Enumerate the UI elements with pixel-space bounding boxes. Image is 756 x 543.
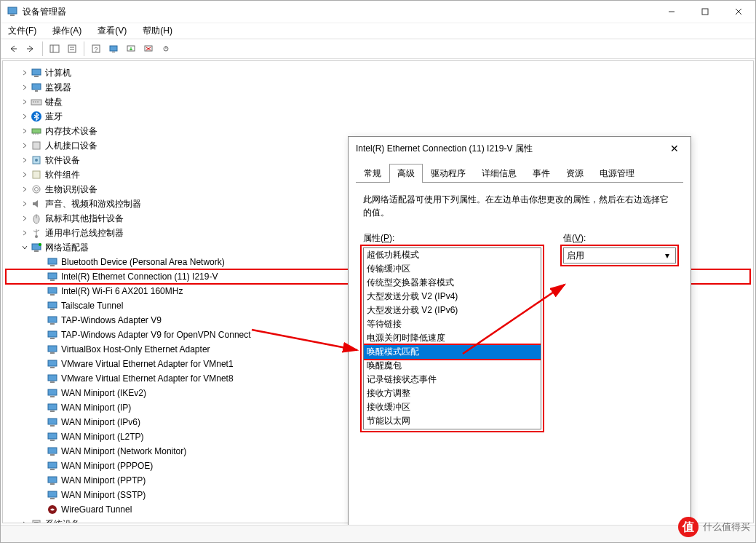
svg-rect-76: [48, 462, 57, 468]
svg-rect-59: [50, 338, 55, 339]
tree-item[interactable]: 键盘: [6, 95, 750, 109]
tree-item[interactable]: 计算机: [6, 66, 750, 80]
property-item[interactable]: 巨帧数据包: [364, 428, 541, 429]
tree-item-label: TAP-Windows Adapter V9: [61, 315, 162, 325]
svg-text:?: ?: [94, 46, 98, 53]
chevron-icon: [20, 142, 29, 149]
tab-0[interactable]: 常规: [356, 164, 389, 183]
svg-point-37: [35, 159, 38, 162]
window-title: 设备管理器: [23, 6, 655, 18]
tree-item[interactable]: 监视器: [6, 80, 750, 95]
property-item[interactable]: 接收方调整: [364, 387, 541, 400]
tree-item-label: WAN Miniport (PPTP): [61, 475, 146, 485]
chevron-icon: [20, 156, 29, 164]
svg-rect-53: [50, 294, 55, 296]
property-item[interactable]: 唤醒魔包: [364, 359, 541, 373]
properties-button[interactable]: [64, 41, 80, 57]
svg-rect-63: [50, 367, 55, 368]
property-item[interactable]: 接收缓冲区: [364, 400, 541, 414]
menu-file[interactable]: 文件(F): [5, 23, 39, 39]
nic-icon: [47, 314, 58, 326]
minimize-button[interactable]: [655, 1, 688, 23]
dialog-title: Intel(R) Ethernet Connection (11) I219-V…: [356, 143, 666, 155]
tree-item-label: WAN Miniport (Network Monitor): [61, 446, 186, 456]
property-item[interactable]: 电源关闭时降低速度: [364, 331, 541, 345]
svg-rect-48: [48, 258, 57, 264]
tab-5[interactable]: 资源: [558, 164, 592, 183]
tree-item-label: Intel(R) Ethernet Connection (11) I219-V: [61, 272, 218, 282]
scan-button[interactable]: [106, 41, 122, 57]
property-item[interactable]: 等待链接: [364, 317, 541, 331]
disable-button[interactable]: [158, 41, 174, 57]
menu-view[interactable]: 查看(V): [95, 23, 130, 39]
property-item[interactable]: 大型发送分载 V2 (IPv6): [364, 304, 541, 317]
nic-icon: [47, 460, 58, 472]
tab-1[interactable]: 高级: [389, 164, 423, 183]
property-item[interactable]: 唤醒模式匹配: [364, 345, 541, 359]
tree-item-label: 人机接口设备: [45, 140, 98, 152]
chevron-icon: [20, 200, 29, 207]
svg-rect-54: [48, 302, 57, 308]
svg-rect-10: [68, 45, 76, 52]
tree-item-label: WireGuard Tunnel: [61, 504, 132, 515]
property-item[interactable]: 节能以太网: [364, 414, 541, 428]
value-text: 启用: [567, 250, 662, 262]
dropdown-icon: ▾: [662, 250, 672, 261]
tree-item-label: 生物识别设备: [45, 183, 98, 196]
tab-6[interactable]: 电源管理: [592, 164, 642, 183]
show-hide-tree-button[interactable]: [47, 41, 63, 57]
property-item[interactable]: 记录链接状态事件: [364, 373, 541, 387]
device-manager-window: 设备管理器 文件(F) 操作(A) 查看(V) 帮助(H) ? 计算机监视器键盘…: [0, 0, 756, 543]
menu-help[interactable]: 帮助(H): [140, 23, 175, 39]
window-buttons: [655, 1, 755, 23]
chevron-icon: [20, 69, 29, 76]
tree-item[interactable]: 蓝牙: [6, 109, 750, 124]
tree-item-label: 软件设备: [45, 154, 80, 167]
svg-rect-31: [32, 129, 41, 133]
content-area: 计算机监视器键盘蓝牙内存技术设备人机接口设备软件设备软件组件生物识别设备声音、视…: [1, 59, 755, 525]
uninstall-button[interactable]: [140, 41, 156, 57]
dialog-tabs: 常规高级驱动程序详细信息事件资源电源管理: [349, 163, 691, 182]
wireguard-icon: [47, 504, 58, 515]
property-item[interactable]: 超低功耗模式: [364, 248, 541, 262]
chevron-icon: [20, 113, 29, 120]
svg-rect-60: [48, 346, 57, 352]
svg-point-39: [33, 186, 40, 193]
tab-2[interactable]: 驱动程序: [423, 164, 474, 183]
property-item[interactable]: 大型发送分载 V2 (IPv4): [364, 290, 541, 304]
svg-rect-49: [50, 265, 55, 266]
chevron-icon: [20, 127, 29, 135]
property-listbox[interactable]: 超低功耗模式传输缓冲区传统型交换器兼容模式大型发送分载 V2 (IPv4)大型发…: [363, 247, 541, 429]
svg-point-28: [35, 101, 36, 102]
dialog-close-button[interactable]: ✕: [666, 140, 683, 157]
svg-rect-66: [48, 389, 57, 395]
keyboard-icon: [31, 96, 42, 108]
svg-rect-1: [10, 15, 15, 16]
tree-item-label: Tailscale Tunnel: [61, 301, 123, 311]
property-item[interactable]: 传统型交换器兼容模式: [364, 276, 541, 290]
help-button[interactable]: ?: [88, 41, 104, 57]
svg-rect-65: [50, 381, 55, 383]
titlebar: 设备管理器: [1, 1, 755, 23]
svg-rect-84: [34, 522, 39, 523]
update-driver-button[interactable]: [123, 41, 139, 57]
tree-item-label: 网络适配器: [45, 242, 89, 254]
forward-button[interactable]: [23, 41, 39, 57]
property-item[interactable]: 传输缓冲区: [364, 262, 541, 276]
close-button[interactable]: [722, 1, 755, 23]
chevron-icon: [20, 186, 29, 193]
back-button[interactable]: [5, 41, 21, 57]
svg-rect-50: [48, 273, 57, 279]
dialog-body: 此网络适配器可使用下列属性。在左边单击你想更改的属性，然后在右边选择它的值。 属…: [356, 182, 683, 525]
system-icon: [31, 518, 42, 523]
menu-action[interactable]: 操作(A): [49, 23, 84, 39]
menubar: 文件(F) 操作(A) 查看(V) 帮助(H): [1, 23, 755, 39]
dialog-description: 此网络适配器可使用下列属性。在左边单击你想更改的属性，然后在右边选择它的值。: [363, 193, 676, 219]
value-dropdown[interactable]: 启用 ▾: [563, 247, 676, 263]
maximize-button[interactable]: [688, 1, 722, 23]
tab-4[interactable]: 事件: [525, 164, 558, 183]
svg-rect-51: [50, 280, 55, 281]
tree-item-label: WAN Miniport (SSTP): [61, 490, 146, 500]
statusbar: [1, 525, 755, 542]
tab-3[interactable]: 详细信息: [474, 164, 525, 183]
